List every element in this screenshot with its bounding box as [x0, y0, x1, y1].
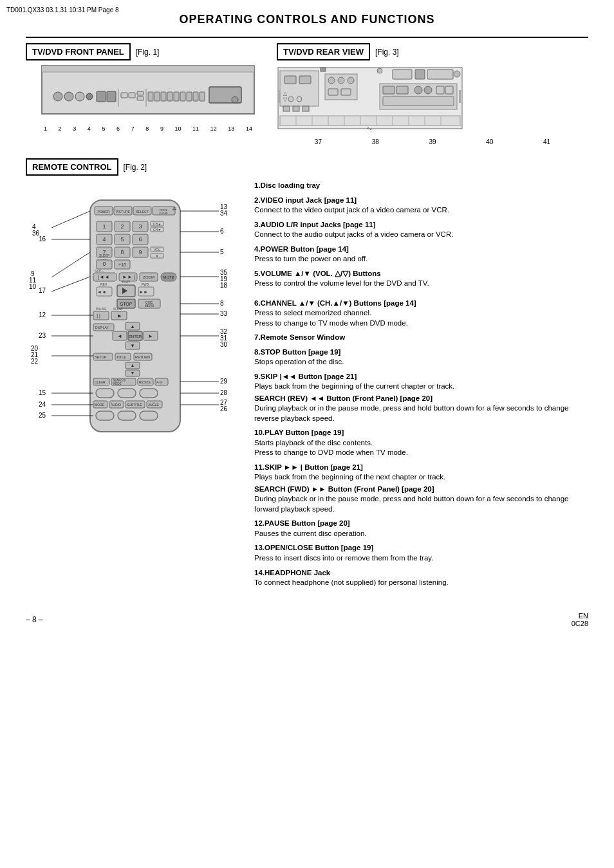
remote-diagram-area: POWER PICTURE SELECT OPEN/ CLOSE 1: [26, 181, 245, 593]
svg-rect-12: [137, 91, 144, 95]
svg-text:SKP—: SKP—: [95, 269, 104, 273]
svg-text:▼: ▼: [156, 254, 159, 258]
svg-rect-15: [148, 92, 153, 101]
desc-5-title: 5.VOLUME ▲/▼ (VOL. △/▽) Buttons: [254, 269, 473, 279]
svg-text:+10: +10: [118, 263, 126, 267]
desc-2-body: Connect to the video output jack of a vi…: [254, 205, 473, 216]
svg-text:MODE: MODE: [95, 403, 105, 407]
svg-point-51: [424, 86, 432, 94]
svg-rect-28: [284, 76, 296, 84]
desc-13-body: Press to insert discs into or remove the…: [254, 553, 588, 564]
svg-point-32: [288, 97, 293, 102]
desc-left: 1.Disc loading tray 2.VIDEO input Jack […: [254, 181, 473, 289]
svg-rect-1: [42, 66, 254, 72]
svg-rect-10: [121, 93, 127, 98]
desc-9-body: Plays back from the beginning of the cur…: [254, 382, 588, 392]
svg-text:MUTE: MUTE: [163, 275, 174, 279]
svg-text:22: 22: [31, 358, 39, 365]
svg-text:6: 6: [220, 228, 224, 235]
svg-text:ANGLE: ANGLE: [148, 403, 160, 407]
svg-text:►► |: ►► |: [122, 274, 135, 280]
svg-rect-175: [118, 389, 136, 398]
page-footer: – 8 – EN0C28: [26, 605, 588, 627]
svg-text:3: 3: [138, 223, 142, 230]
svg-rect-44: [415, 69, 425, 79]
svg-rect-18: [167, 92, 172, 101]
desc-4-body: Press to turn the power on and off.: [254, 254, 473, 264]
svg-text:▲: ▲: [131, 363, 135, 367]
desc-item-4: 4.POWER Button [page 14] Press to turn t…: [254, 245, 473, 264]
svg-text:34: 34: [220, 210, 228, 217]
svg-text:16: 16: [39, 235, 46, 243]
desc-right: 6.CHANNEL ▲/▼ (CH.▲/▼) Buttons [page 14]…: [254, 299, 588, 588]
svg-line-193: [51, 252, 90, 277]
svg-text:4: 4: [102, 236, 106, 243]
svg-text:►: ►: [148, 333, 153, 339]
svg-text:CLEAR: CLEAR: [95, 380, 106, 384]
svg-text:STOP: STOP: [120, 302, 133, 306]
rear-view-section: TV/DVD REAR VIEW [Fig. 3] △ ▽: [277, 43, 588, 145]
remote-svg: POWER PICTURE SELECT OPEN/ CLOSE 1: [26, 181, 245, 451]
svg-rect-187: [140, 411, 158, 420]
svg-line-188: [51, 211, 90, 228]
desc-3-body: Connect to the audio output jacks of a v…: [254, 230, 473, 240]
desc-10-body2: Press to change to DVD mode when TV mode…: [254, 448, 588, 458]
desc-item-8: 8.STOP Button [page 19] Stops operation …: [254, 347, 588, 367]
svg-rect-54: [383, 97, 454, 106]
svg-text:6: 6: [138, 236, 142, 243]
svg-text:25: 25: [39, 412, 46, 419]
rear-view-fig: [Fig. 3]: [375, 48, 399, 57]
svg-rect-68: [321, 68, 326, 71]
front-panel-header: TV/DVD FRONT PANEL [Fig. 1]: [26, 43, 270, 60]
desc-item-2: 2.VIDEO input Jack [page 11] Connect to …: [254, 196, 473, 216]
svg-rect-66: [278, 90, 280, 103]
svg-rect-7: [97, 91, 106, 102]
svg-text:15: 15: [39, 389, 46, 396]
svg-text:▲: ▲: [130, 324, 135, 329]
svg-rect-8: [107, 91, 116, 102]
remote-control-label-box: REMOTE CONTROL: [26, 158, 118, 176]
svg-text:►►: ►►: [139, 290, 148, 294]
rear-view-label-box: TV/DVD REAR VIEW: [277, 43, 370, 60]
rear-view-header: TV/DVD REAR VIEW [Fig. 3]: [277, 43, 588, 60]
svg-point-39: [338, 77, 344, 84]
svg-point-4: [64, 92, 73, 101]
svg-rect-29: [299, 76, 311, 84]
svg-text:9: 9: [138, 249, 142, 255]
front-panel-diagram: 1 2 3 4 5 6 7 8 9 10 11 12 13 14: [39, 64, 257, 132]
svg-point-33: [297, 97, 302, 102]
desc-6-body1: Press to select memorized channel.: [254, 308, 588, 319]
desc-12-body: Pauses the current disc operation.: [254, 529, 588, 539]
svg-text:▼: ▼: [131, 371, 135, 375]
svg-rect-49: [396, 86, 408, 94]
title-rule: [26, 37, 588, 38]
desc-7-title: 7.Remote Sensor Window: [254, 333, 345, 341]
svg-text:|◄◄: |◄◄: [98, 274, 109, 280]
svg-text:AUDIO: AUDIO: [111, 403, 121, 407]
desc-13-title: 13.OPEN/CLOSE Button [page 19]: [254, 543, 588, 553]
page-title: OPERATING CONTROLS AND FUNCTIONS: [26, 13, 588, 26]
remote-and-descriptions: POWER PICTURE SELECT OPEN/ CLOSE 1: [26, 181, 588, 593]
svg-text:RETURN: RETURN: [135, 355, 150, 359]
desc-4-title: 4.POWER Button [page 14]: [254, 245, 473, 255]
svg-rect-174: [96, 389, 114, 398]
svg-point-3: [53, 92, 62, 101]
desc-5-body: Press to control the volume level for th…: [254, 279, 473, 289]
desc-item-1: 1.Disc loading tray: [254, 181, 473, 191]
desc-9-sub-title: SEARCH (REV) ◄◄ Button (Front Panel) [pa…: [254, 394, 588, 404]
svg-text:0: 0: [102, 261, 106, 267]
svg-point-46: [454, 71, 460, 77]
desc-item-3: 3.AUDIO L/R input Jacks [page 11] Connec…: [254, 220, 473, 240]
svg-text:VOL: VOL: [154, 248, 160, 252]
desc-item-7: 7.Remote Sensor Window: [254, 333, 588, 343]
desc-10-title: 10.PLAY Button [page 19]: [254, 428, 588, 438]
svg-text:SUBTITLE: SUBTITLE: [127, 403, 143, 407]
desc-12-title: 12.PAUSE Button [page 20]: [254, 519, 588, 529]
desc-1-title: 1.Disc loading tray: [254, 181, 320, 189]
svg-text:POWER: POWER: [98, 210, 110, 214]
desc-14-body: To connect headphone (not supplied) for …: [254, 578, 588, 588]
svg-rect-176: [140, 389, 158, 398]
svg-text:PAUSE: PAUSE: [96, 307, 107, 311]
description-section: 1.Disc loading tray 2.VIDEO input Jack […: [254, 181, 588, 593]
svg-rect-55: [280, 116, 460, 125]
